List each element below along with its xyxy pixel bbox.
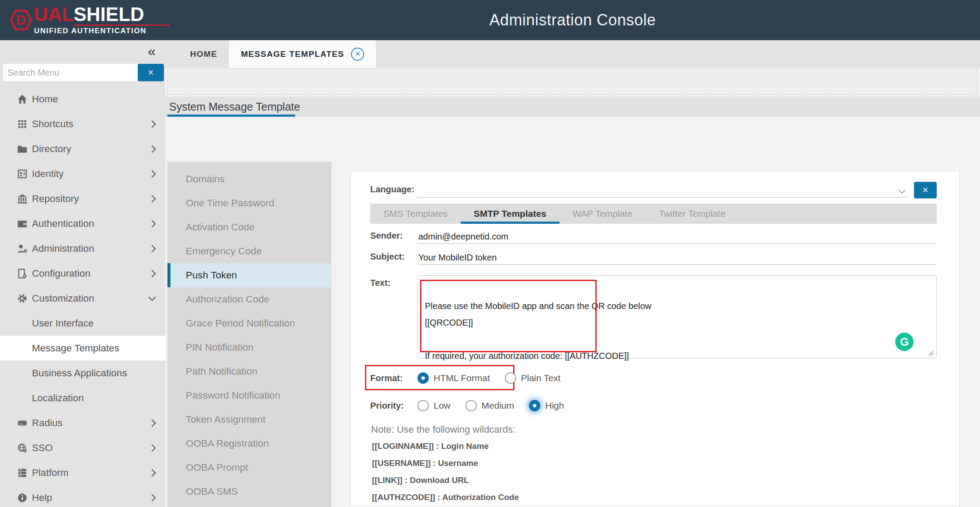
wildcard-line: [[AUTHZCODE]] : Authorization Code [370,493,956,504]
chevron-right-icon [149,494,156,501]
template-item-emergency-code[interactable]: Emergency Code [167,239,331,263]
radio-button-icon[interactable] [529,400,540,411]
sidebar-item-authentication[interactable]: Authentication [0,211,165,236]
user-gear-icon [17,243,28,254]
template-item-token-assignment[interactable]: Token Assignment [167,407,331,431]
template-item-password-notification[interactable]: Password Notification [167,383,331,407]
subtab-wap-template[interactable]: WAP Template [560,204,646,224]
form-footer: SAVE CANCEL [351,505,959,507]
sidebar-item-label: Home [32,94,155,105]
grammarly-icon[interactable]: G [895,333,914,351]
language-clear-button[interactable]: × [914,182,937,198]
radio-medium[interactable]: Medium [466,400,514,411]
wildcard-line: [[LINK]] : Download URL [370,476,956,486]
sidebar-item-repository[interactable]: Repository [0,186,165,211]
radio-label: Medium [482,400,514,411]
template-form-card: Language: × SMS TemplatesSMTP TemplatesW… [351,171,960,507]
text-label: Text: [370,275,417,288]
globe-gear-icon [17,442,28,454]
toolbar-dropzone [167,69,977,95]
sidebar-item-shortcuts[interactable]: Shortcuts [0,111,165,136]
sidebar-item-platform[interactable]: Platform [0,460,165,485]
stack-icon [17,467,28,479]
sidebar-item-label: Shortcuts [32,118,149,130]
logo-tagline: UNIFIED AUTHENTICATION [34,27,170,35]
sidebar-item-business-applications[interactable]: Business Applications [0,361,165,385]
logo-underline [74,24,170,26]
sidebar-item-administration[interactable]: Administration [0,236,165,261]
text-annotation-box [420,280,597,352]
template-item-ooba-sms[interactable]: OOBA SMS [167,479,331,504]
radio-button-icon[interactable] [417,400,429,411]
sidebar-item-label: SSO [32,442,149,454]
svg-text:D: D [16,13,26,28]
template-item-path-notification[interactable]: Path Notification [167,359,331,383]
sidebar-item-label: Customization [32,293,149,304]
chevron-right-icon [149,419,156,427]
subject-input[interactable]: Your MobileID token [417,249,937,265]
template-item-ooba-call[interactable]: OOBA Call [167,504,331,507]
radio-plain-text[interactable]: Plain Text [505,372,561,384]
sidebar-item-label: Authentication [32,218,149,229]
sidebar-item-help[interactable]: Help [0,485,165,507]
sidebar-item-label: Administration [32,243,149,254]
text-textarea[interactable]: Please use the MobileID app and scan the… [417,275,937,358]
template-item-one-time-password[interactable]: One Time Password [167,191,331,215]
chevron-right-icon [149,444,156,451]
sidebar-item-customization[interactable]: Customization [0,286,165,311]
chevron-right-icon [149,120,156,128]
radio-high[interactable]: High [529,400,564,411]
subtab-sms-templates[interactable]: SMS Templates [370,204,461,224]
template-item-push-token[interactable]: Push Token [167,263,331,287]
template-item-ooba-registration[interactable]: OOBA Registration [167,431,331,455]
sidebar-item-configuration[interactable]: Configuration [0,261,165,286]
tab-label: HOME [190,49,217,59]
sidebar-item-directory[interactable]: Directory [0,136,165,161]
resize-handle-icon[interactable] [928,350,935,357]
sidebar: « × HomeShortcutsDirectoryIdentityReposi… [0,40,165,507]
template-item-grace-period-notification[interactable]: Grace Period Notification [167,311,331,335]
template-item-pin-notification[interactable]: PIN Notification [167,335,331,359]
wildcard-line: [[LOGINNAME]] : Login Name [370,441,956,452]
radio-button-icon[interactable] [505,372,516,384]
chevron-right-icon [149,195,156,202]
template-item-domains[interactable]: Domains [167,167,331,191]
radio-html-format[interactable]: HTML Format [417,372,490,384]
sidebar-item-localization[interactable]: Localization [0,385,165,410]
tab-label: MESSAGE TEMPLATES [241,49,344,59]
sender-label: Sender: [370,228,417,241]
top-header: D UALSHIELD UNIFIED AUTHENTICATION Admin… [0,0,980,40]
search-input[interactable] [3,64,138,81]
language-select[interactable] [417,182,908,198]
subtab-twitter-template[interactable]: Twitter Template [646,204,739,224]
tab-home[interactable]: HOME [178,40,229,68]
sidebar-item-label: Directory [32,143,149,155]
sidebar-item-user-interface[interactable]: User Interface [0,311,165,336]
tab-strip: HOMEMESSAGE TEMPLATES× [165,40,980,68]
doc-gear-icon [17,268,28,279]
radio-button-icon[interactable] [417,372,429,384]
sidebar-item-radius[interactable]: Radius [0,410,165,435]
radio-button-icon[interactable] [466,400,477,411]
sidebar-item-label: Configuration [32,268,149,279]
template-list: DomainsOne Time PasswordActivation CodeE… [167,162,331,507]
close-icon[interactable]: × [351,48,364,61]
template-item-ooba-prompt[interactable]: OOBA Prompt [167,455,331,479]
radio-low[interactable]: Low [417,400,451,411]
sidebar-collapse-icon[interactable]: « [148,45,156,58]
search-clear-button[interactable]: × [138,64,164,81]
sender-input[interactable]: admin@deepnetid.com [417,228,937,244]
template-item-authorization-code[interactable]: Authorization Code [167,287,331,311]
sidebar-item-identity[interactable]: Identity [0,161,165,186]
tab-message-templates[interactable]: MESSAGE TEMPLATES× [229,40,376,68]
template-item-activation-code[interactable]: Activation Code [167,215,331,239]
sidebar-item-message-templates[interactable]: Message Templates [0,336,165,361]
sidebar-item-home[interactable]: Home [0,87,165,111]
template-subtabs: SMS TemplatesSMTP TemplatesWAP TemplateT… [370,204,937,224]
subtab-smtp-templates[interactable]: SMTP Templates [461,204,560,224]
sidebar-item-sso[interactable]: SSO [0,435,165,460]
radio-label: High [545,400,564,411]
section-header: System Message Template [165,97,980,117]
chevron-right-icon [149,145,156,153]
subject-label: Subject: [370,249,417,262]
